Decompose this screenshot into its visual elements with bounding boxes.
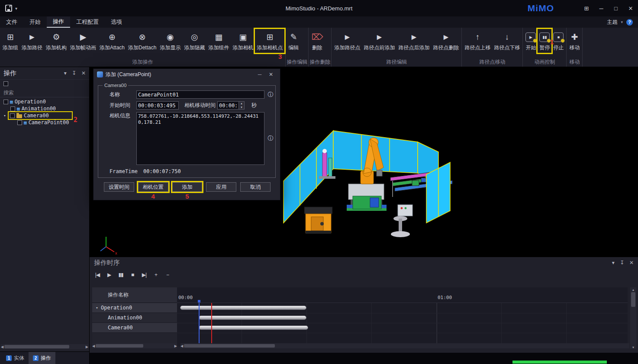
panel-pin-icon[interactable]: ↧ xyxy=(72,70,76,76)
tree-node-operation0[interactable]: ▦ Operation0 xyxy=(0,98,89,105)
animation-start-button[interactable]: ▶ 开始 xyxy=(524,29,538,53)
zoom-out-button[interactable]: − xyxy=(165,272,170,278)
menu-operation[interactable]: 操作 xyxy=(47,16,70,28)
timeline-chevron-down-icon[interactable]: ▾ xyxy=(612,260,615,266)
play-button[interactable]: ▶ xyxy=(106,272,112,278)
delete-path-point-button[interactable]: ► 路径点删除 xyxy=(431,29,461,53)
animation-pause-button[interactable]: ▮▮ 暂停 1 xyxy=(538,29,551,53)
timeline-pin-icon[interactable]: ↧ xyxy=(620,260,624,266)
timeline-row-camera00[interactable]: Camera00 xyxy=(92,323,177,333)
select-all-checkbox[interactable] xyxy=(3,81,8,86)
add-path-point-button[interactable]: ► 添加路径点 xyxy=(332,29,362,53)
insert-path-point-before-button[interactable]: ► 路径点前添加 xyxy=(362,29,396,53)
dialog-titlebar[interactable]: 添加 (CameraPoint) ─ ✕ xyxy=(93,69,280,80)
menu-file[interactable]: 文件 xyxy=(0,16,23,28)
scrollbar-thumb[interactable] xyxy=(184,344,275,348)
stop-button[interactable]: ■ xyxy=(130,272,135,278)
spin-up-icon[interactable]: ▲ xyxy=(239,102,244,106)
stepper-arrows[interactable]: ▲ ▼ xyxy=(239,101,245,110)
scroll-right-icon[interactable]: ▶ xyxy=(174,344,177,348)
timeline-vscrollbar[interactable]: ▲ ▼ xyxy=(630,287,636,349)
add-camera-button[interactable]: ▣ 添加相机 xyxy=(231,29,255,53)
camera-position-button[interactable]: 相机位置 4 xyxy=(138,182,168,192)
camera-move-time-field[interactable] xyxy=(217,101,239,110)
node-checkbox[interactable] xyxy=(3,100,8,104)
menu-project-config[interactable]: 工程配置 xyxy=(70,16,105,28)
timeline-lanes[interactable] xyxy=(177,303,628,346)
menu-start[interactable]: 开始 xyxy=(23,16,47,28)
add-attach-button[interactable]: ⊕ 添加Attach xyxy=(98,29,126,53)
panel-chevron-down-icon[interactable]: ▾ xyxy=(64,70,67,76)
menu-options[interactable]: 选项 xyxy=(105,16,128,28)
scrollbar-thumb[interactable] xyxy=(4,345,69,348)
skip-to-end-button[interactable]: ▶| xyxy=(142,272,147,278)
scroll-left-icon[interactable]: ◀ xyxy=(1,345,3,349)
timeline-bar-animation00[interactable] xyxy=(199,316,306,320)
zoom-in-button[interactable]: + xyxy=(153,272,158,278)
add-camera-point-button[interactable]: ⊞ 添加相机点 3 xyxy=(255,29,284,53)
set-time-button[interactable]: 设置时间 xyxy=(104,182,134,192)
timeline-track-area[interactable]: 00:00 01:00 xyxy=(177,287,628,346)
delete-button[interactable]: ⌦ 删除 xyxy=(309,29,325,53)
save-caret-icon[interactable]: ▾ xyxy=(15,6,17,11)
scroll-up-icon[interactable]: ▲ xyxy=(632,288,635,291)
theme-menu[interactable]: 主题 xyxy=(607,19,617,26)
camera-move-time-stepper[interactable]: ▲ ▼ xyxy=(217,101,245,110)
scroll-down-icon[interactable]: ▼ xyxy=(632,346,635,349)
save-icon[interactable] xyxy=(5,5,12,12)
camera-info-info-icon[interactable]: ⓘ xyxy=(267,135,274,142)
tab-entity[interactable]: 1 实体 xyxy=(2,352,29,364)
apply-button[interactable]: 应用 xyxy=(206,182,236,192)
operation-panel-hscrollbar[interactable]: ◀ ▶ xyxy=(1,344,88,349)
playhead-blue[interactable] xyxy=(199,303,200,346)
scrollbar-thumb[interactable] xyxy=(96,344,143,348)
add-show-button[interactable]: ◉ 添加显示 xyxy=(158,29,182,53)
playhead-red[interactable] xyxy=(211,303,212,346)
pause-button[interactable]: ▮▮ xyxy=(118,272,123,278)
timeline-row-animation00[interactable]: Animation00 xyxy=(92,313,177,323)
cancel-button[interactable]: 取消 xyxy=(240,182,271,192)
move-path-point-up-button[interactable]: ↑ 路径点上移 xyxy=(463,29,492,53)
timeline-row-operation0[interactable]: ▾ Operation0 xyxy=(92,303,177,313)
add-component-button[interactable]: ▦ 添加组件 xyxy=(206,29,231,53)
expander-icon[interactable]: ▾ xyxy=(3,113,7,118)
dialog-close-icon[interactable]: ✕ xyxy=(265,71,277,77)
add-mechanism-button[interactable]: ⚙ 添加机构 xyxy=(44,29,68,53)
name-info-icon[interactable]: ⓘ xyxy=(267,91,274,99)
search-input[interactable] xyxy=(3,90,86,96)
insert-path-point-after-button[interactable]: ► 路径点后添加 xyxy=(396,29,431,53)
skip-to-start-button[interactable]: |◀ xyxy=(95,272,100,278)
dock-layout-icon[interactable]: ⊞ xyxy=(579,0,594,16)
scroll-left-icon[interactable]: ◀ xyxy=(180,344,183,348)
name-field[interactable] xyxy=(136,90,264,99)
tab-operation[interactable]: 2 操作 xyxy=(29,352,55,364)
timeline-ruler[interactable]: 00:00 01:00 xyxy=(177,287,628,303)
camera-info-textarea[interactable]: 758.072761,-10.218648,553.114972,-28.244… xyxy=(136,112,264,165)
row-expander-icon[interactable]: ▾ xyxy=(95,306,99,310)
scrollbar-thumb[interactable] xyxy=(631,292,635,307)
timeline-close-icon[interactable]: ✕ xyxy=(629,260,634,266)
node-checkbox[interactable] xyxy=(17,120,22,125)
add-detach-button[interactable]: ⊗ 添加Dettach xyxy=(126,29,158,53)
dialog-minimize-icon[interactable]: ─ xyxy=(254,71,265,77)
node-checkbox[interactable] xyxy=(10,106,15,111)
tree-node-animation00[interactable]: ▦ Animation00 xyxy=(0,105,89,112)
close-icon[interactable]: ✕ xyxy=(623,0,638,16)
add-frame-animation-button[interactable]: ▶ 添加帧动画 xyxy=(68,29,98,53)
move-path-point-down-button[interactable]: ↓ 路径点下移 xyxy=(492,29,522,53)
panel-close-icon[interactable]: ✕ xyxy=(81,70,86,76)
help-icon[interactable]: ? xyxy=(626,19,633,26)
node-checkbox[interactable] xyxy=(10,113,15,118)
move-button[interactable]: ✚ 移动 xyxy=(567,29,581,53)
name-column-hscrollbar[interactable]: ◀ ▶ xyxy=(92,343,177,348)
scroll-left-icon[interactable]: ◀ xyxy=(92,344,95,348)
timeline-hscrollbar[interactable]: ◀ xyxy=(180,343,629,348)
add-hide-button[interactable]: ◎ 添加隐藏 xyxy=(182,29,206,53)
minimize-icon[interactable]: ─ xyxy=(594,0,609,16)
add-group-button[interactable]: ⊞ 添加组 xyxy=(1,29,20,53)
add-button[interactable]: 添加 5 xyxy=(172,182,203,192)
timeline-bar-camera00[interactable] xyxy=(199,325,308,330)
start-time-field[interactable] xyxy=(136,101,179,110)
maximize-icon[interactable]: □ xyxy=(609,0,623,16)
theme-caret-icon[interactable]: ▾ xyxy=(621,20,623,24)
